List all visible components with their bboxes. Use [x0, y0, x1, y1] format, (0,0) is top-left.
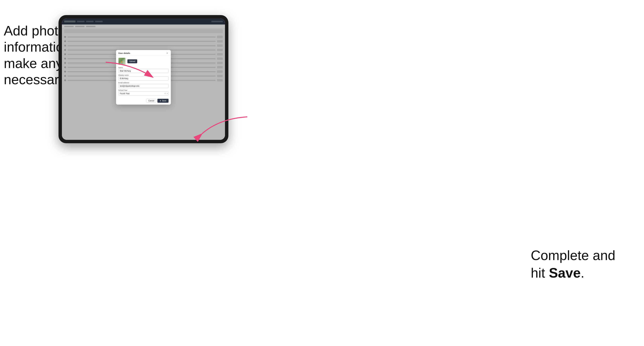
- email-input[interactable]: [118, 84, 168, 88]
- modal-header: User details ×: [116, 50, 171, 56]
- select-clear-icon[interactable]: ×: [164, 93, 166, 95]
- annotation-right: Complete and hit Save.: [531, 247, 629, 282]
- arrow-left: [104, 60, 157, 84]
- school-year-select-wrap: × ▾: [118, 92, 168, 96]
- school-year-label: School Year: [118, 89, 168, 91]
- save-icon: ⬆: [160, 100, 161, 102]
- arrow-right: [200, 115, 249, 140]
- school-year-input[interactable]: [118, 92, 168, 96]
- select-arrow-icon: ▾: [167, 93, 168, 94]
- modal-footer: Cancel ⬆ Save: [116, 99, 171, 105]
- save-button[interactable]: ⬆ Save: [158, 99, 168, 103]
- modal-close-button[interactable]: ×: [166, 52, 168, 54]
- save-button-label: Save: [162, 100, 166, 102]
- cancel-button[interactable]: Cancel: [146, 99, 156, 103]
- modal-title: User details: [118, 52, 130, 54]
- school-year-field-group: School Year × ▾: [118, 89, 168, 96]
